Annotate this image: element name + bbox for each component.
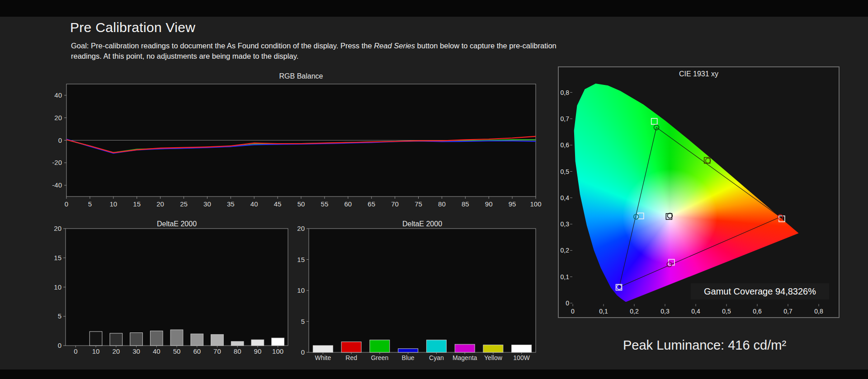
svg-text:0: 0	[566, 299, 569, 307]
svg-text:65: 65	[368, 200, 375, 208]
svg-text:0: 0	[65, 200, 68, 208]
svg-text:0,6: 0,6	[753, 308, 762, 315]
svg-text:Blue: Blue	[402, 354, 415, 361]
svg-text:30: 30	[132, 347, 140, 355]
svg-text:45: 45	[274, 200, 282, 208]
bar-Red	[341, 342, 361, 352]
bar-White	[313, 346, 333, 352]
svg-text:20: 20	[54, 225, 61, 232]
svg-text:0: 0	[301, 348, 305, 356]
svg-text:5: 5	[88, 200, 92, 208]
bar-10	[90, 332, 102, 346]
svg-text:0,1: 0,1	[561, 273, 570, 281]
svg-text:0,1: 0,1	[599, 308, 608, 315]
svg-text:70: 70	[213, 347, 221, 355]
svg-text:40: 40	[250, 200, 258, 208]
svg-text:0,8: 0,8	[561, 89, 570, 96]
svg-text:20: 20	[112, 347, 120, 355]
svg-text:Yellow: Yellow	[484, 354, 503, 361]
svg-text:0,5: 0,5	[722, 308, 731, 315]
svg-text:0,5: 0,5	[561, 168, 570, 175]
svg-text:0,6: 0,6	[561, 141, 570, 149]
svg-text:White: White	[315, 354, 331, 361]
svg-text:85: 85	[462, 200, 469, 208]
bar-40	[150, 331, 163, 346]
bar-60	[191, 334, 203, 346]
svg-text:20: 20	[297, 225, 305, 232]
svg-text:90: 90	[485, 200, 493, 208]
bar-30	[130, 333, 143, 346]
target-white	[666, 214, 672, 220]
app-window: Pre Calibration View Goal: Pre-calibrati…	[0, 0, 868, 379]
bar-20	[110, 333, 123, 346]
bar-Magenta	[455, 344, 475, 352]
svg-text:80: 80	[438, 200, 446, 208]
goal-italic: Read Series	[374, 42, 415, 50]
gamut-triangle	[619, 127, 780, 287]
svg-text:40: 40	[54, 91, 62, 99]
svg-text:50: 50	[297, 200, 305, 208]
goal-part1: Goal: Pre-calibration readings to docume…	[71, 42, 374, 50]
goal-text: Goal: Pre-calibration readings to docume…	[71, 41, 586, 62]
svg-text:0,3: 0,3	[660, 308, 670, 315]
svg-text:Cyan: Cyan	[429, 354, 444, 361]
bar-Yellow	[483, 345, 503, 352]
svg-text:15: 15	[54, 254, 61, 262]
svg-text:5: 5	[301, 318, 305, 325]
svg-text:10: 10	[54, 283, 61, 291]
bar-80	[231, 342, 244, 346]
svg-text:-20: -20	[52, 159, 62, 166]
svg-text:0,3: 0,3	[561, 220, 570, 228]
svg-text:10: 10	[92, 347, 100, 355]
plot-area	[309, 229, 536, 352]
plot-area	[66, 229, 288, 346]
svg-text:15: 15	[133, 200, 141, 208]
svg-text:100W: 100W	[513, 354, 530, 361]
svg-text:30: 30	[203, 200, 211, 208]
svg-text:0,2: 0,2	[561, 247, 570, 254]
svg-text:40: 40	[153, 347, 160, 355]
svg-text:10: 10	[109, 200, 117, 208]
svg-text:0,7: 0,7	[561, 115, 570, 122]
bar-Blue	[398, 349, 418, 352]
svg-text:15: 15	[297, 256, 305, 263]
svg-text:50: 50	[173, 347, 181, 355]
svg-text:0: 0	[58, 136, 62, 144]
svg-text:20: 20	[54, 114, 62, 122]
bar-90	[251, 340, 264, 346]
svg-text:0,8: 0,8	[814, 308, 823, 315]
svg-text:90: 90	[254, 347, 262, 355]
target-green	[651, 118, 657, 124]
bar-Green	[370, 340, 390, 352]
svg-text:80: 80	[234, 347, 241, 355]
svg-text:25: 25	[180, 200, 188, 208]
svg-text:10: 10	[297, 286, 305, 294]
svg-text:75: 75	[415, 200, 422, 208]
svg-text:0: 0	[571, 308, 575, 315]
svg-text:0,7: 0,7	[783, 308, 793, 315]
bar-Cyan	[426, 340, 446, 352]
svg-text:100: 100	[530, 200, 541, 208]
svg-text:35: 35	[227, 200, 235, 208]
bar-50	[170, 330, 183, 346]
svg-text:0: 0	[74, 347, 77, 355]
svg-text:Magenta: Magenta	[453, 354, 477, 361]
deltae-grayscale-chart: 051015200102030405060708090100	[38, 224, 296, 361]
svg-text:0,4: 0,4	[561, 194, 570, 201]
deltae-colors-chart: 05101520WhiteRedGreenBlueCyanMagentaYell…	[280, 224, 547, 368]
gamut-coverage-badge: Gamut Coverage 94,8326%	[691, 283, 829, 299]
peak-luminance-readout: Peak Luminance: 416 cd/m²	[623, 338, 786, 353]
svg-text:0,4: 0,4	[691, 308, 700, 315]
bar-70	[211, 334, 224, 346]
rgb-balance-chart: 0510152025303540455055606570758085909510…	[43, 80, 547, 213]
svg-text:0: 0	[58, 342, 61, 349]
svg-text:70: 70	[391, 200, 399, 208]
svg-text:-40: -40	[52, 181, 62, 189]
page-title: Pre Calibration View	[70, 20, 195, 35]
svg-text:Red: Red	[345, 354, 357, 361]
svg-text:55: 55	[321, 200, 329, 208]
cie-chart-overlay: 000,10,10,20,20,30,30,40,40,50,50,60,60,…	[559, 67, 839, 317]
svg-text:60: 60	[344, 200, 352, 208]
svg-text:0,2: 0,2	[630, 308, 639, 315]
svg-text:60: 60	[193, 347, 201, 355]
